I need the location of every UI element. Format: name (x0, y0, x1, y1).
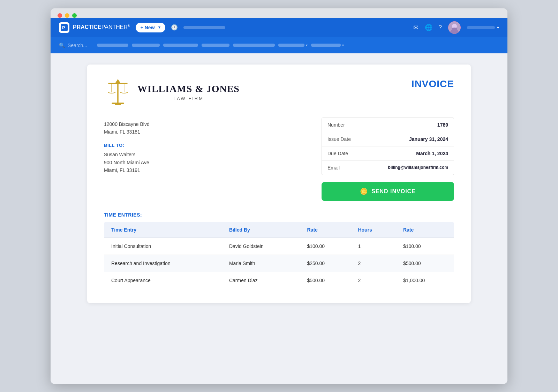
search-icon: 🔍 (59, 43, 65, 48)
nav-link-3[interactable] (163, 44, 198, 47)
header-rate: Rate (300, 222, 351, 238)
top-nav: P PRACTICEPANTHER® + New ▾ 🕐 ✉ 🌐 ? (51, 18, 507, 37)
send-invoice-icon: 🪙 (360, 188, 368, 195)
table-row: Research and Investigation Maria Smith $… (104, 255, 454, 272)
maximize-dot[interactable] (72, 13, 77, 18)
nav-pill-1 (183, 26, 225, 29)
total-3: $1,000.00 (396, 272, 454, 289)
nav-dropdown-chevron-1: ▾ (306, 43, 308, 47)
chevron-down-icon: ▾ (158, 25, 160, 30)
nav-right: ✉ 🌐 ? ▾ (413, 21, 499, 34)
header-time-entry: Time Entry (104, 222, 222, 238)
firm-name: WILLIAMS & JONES (137, 83, 240, 95)
search-area[interactable]: 🔍 Search... (59, 43, 87, 48)
meta-row-number: Number 1789 (322, 118, 454, 132)
firm-address-section: 12000 Biscayne Blvd Miami, FL 33181 BILL… (104, 118, 308, 201)
email-label: Email (327, 165, 340, 171)
hours-1: 1 (351, 238, 396, 255)
meta-row-email: Email billing@willamsjonesfirm.com (322, 161, 454, 175)
send-invoice-label: SEND INVOICE (371, 188, 416, 195)
billed-by-3: Carmen Diaz (222, 272, 300, 289)
nav-dropdown-chevron-2: ▾ (342, 43, 344, 47)
table-body: Initial Consultation David Goldstein $10… (104, 238, 454, 289)
table-row: Initial Consultation David Goldstein $10… (104, 238, 454, 255)
rate-1: $100.00 (300, 238, 351, 255)
billed-by-1: David Goldstein (222, 238, 300, 255)
rate-2: $250.00 (300, 255, 351, 272)
nav-link-1[interactable] (97, 44, 128, 47)
invoice-label: INVOICE (412, 78, 454, 90)
time-entry-2: Research and Investigation (104, 255, 222, 272)
username-label (467, 26, 495, 29)
firm-subtitle: LAW FIRM (137, 96, 240, 101)
firm-logo: WILLIAMS & JONES LAW FIRM (104, 78, 240, 106)
nav-link-5[interactable] (233, 44, 275, 47)
meta-table: Number 1789 Issue Date January 31, 2024 … (322, 118, 454, 175)
svg-rect-5 (117, 81, 119, 103)
logo-icon: P (59, 22, 69, 33)
main-content: WILLIAMS & JONES LAW FIRM INVOICE 12000 … (51, 53, 507, 384)
send-invoice-button[interactable]: 🪙 SEND INVOICE (322, 182, 454, 201)
search-placeholder: Search... (68, 43, 87, 48)
issue-date-value: January 31, 2024 (409, 136, 448, 142)
nav-dropdown-2[interactable]: ▾ (311, 43, 344, 47)
nav-link-4[interactable] (202, 44, 229, 47)
client-address-line2: Miami, FL 33191 (104, 166, 308, 174)
second-nav: 🔍 Search... ▾ ▾ (51, 37, 507, 53)
browser-window: P PRACTICEPANTHER® + New ▾ 🕐 ✉ 🌐 ? (51, 8, 507, 384)
logo-area: P PRACTICEPANTHER® (59, 22, 130, 33)
globe-icon[interactable]: 🌐 (425, 24, 432, 31)
browser-chrome (51, 8, 507, 18)
new-button[interactable]: + New ▾ (136, 23, 165, 32)
header-total: Rate (396, 222, 454, 238)
minimize-dot[interactable] (65, 13, 69, 18)
entries-table: Time Entry Billed By Rate Hours Rate Ini… (104, 222, 454, 289)
close-dot[interactable] (58, 13, 62, 18)
firm-address-line2: Miami, FL 33181 (104, 128, 308, 136)
username-chevron: ▾ (497, 25, 499, 30)
table-row: Court Appearance Carmen Diaz $500.00 2 $… (104, 272, 454, 289)
svg-marker-9 (115, 79, 120, 83)
number-value: 1789 (437, 122, 448, 128)
total-1: $100.00 (396, 238, 454, 255)
hours-3: 2 (351, 272, 396, 289)
nav-links: ▾ ▾ (97, 43, 499, 47)
total-2: $500.00 (396, 255, 454, 272)
header-hours: Hours (351, 222, 396, 238)
nav-link-2[interactable] (132, 44, 160, 47)
time-entry-3: Court Appearance (104, 272, 222, 289)
scales-icon (104, 78, 132, 106)
bill-to-label: BILL TO: (104, 143, 308, 148)
hours-2: 2 (351, 255, 396, 272)
invoice-card: WILLIAMS & JONES LAW FIRM INVOICE 12000 … (87, 65, 471, 303)
time-entries-label: TIME ENTRIES: (104, 212, 454, 218)
invoice-header: WILLIAMS & JONES LAW FIRM INVOICE (104, 78, 454, 106)
due-date-value: March 1, 2024 (416, 151, 448, 156)
email-value: billing@willamsjonesfirm.com (388, 165, 448, 171)
avatar[interactable] (448, 21, 461, 34)
invoice-meta: Number 1789 Issue Date January 31, 2024 … (322, 118, 454, 201)
svg-rect-6 (112, 103, 124, 104)
email-icon[interactable]: ✉ (413, 24, 418, 31)
client-name: Susan Walters (104, 151, 308, 158)
clock-icon[interactable]: 🕐 (171, 24, 178, 31)
header-billed-by: Billed By (222, 222, 300, 238)
firm-name-area: WILLIAMS & JONES LAW FIRM (137, 83, 240, 101)
billed-by-2: Maria Smith (222, 255, 300, 272)
time-entry-1: Initial Consultation (104, 238, 222, 255)
client-address-line1: 900 North Miami Ave (104, 159, 308, 166)
help-icon[interactable]: ? (439, 24, 442, 31)
time-entries-section: TIME ENTRIES: Time Entry Billed By Rate … (104, 212, 454, 289)
username-area[interactable]: ▾ (467, 25, 499, 30)
meta-row-due-date: Due Date March 1, 2024 (322, 146, 454, 161)
client-address: Susan Walters 900 North Miami Ave Miami,… (104, 151, 308, 174)
rate-3: $500.00 (300, 272, 351, 289)
meta-row-issue-date: Issue Date January 31, 2024 (322, 132, 454, 146)
issue-date-label: Issue Date (327, 136, 351, 142)
due-date-label: Due Date (327, 151, 348, 156)
invoice-body: 12000 Biscayne Blvd Miami, FL 33181 BILL… (104, 118, 454, 201)
table-header: Time Entry Billed By Rate Hours Rate (104, 222, 454, 238)
firm-address-text: 12000 Biscayne Blvd Miami, FL 33181 (104, 120, 308, 136)
nav-dropdown-1[interactable]: ▾ (278, 43, 308, 47)
logo-text: PRACTICEPANTHER® (73, 24, 130, 30)
